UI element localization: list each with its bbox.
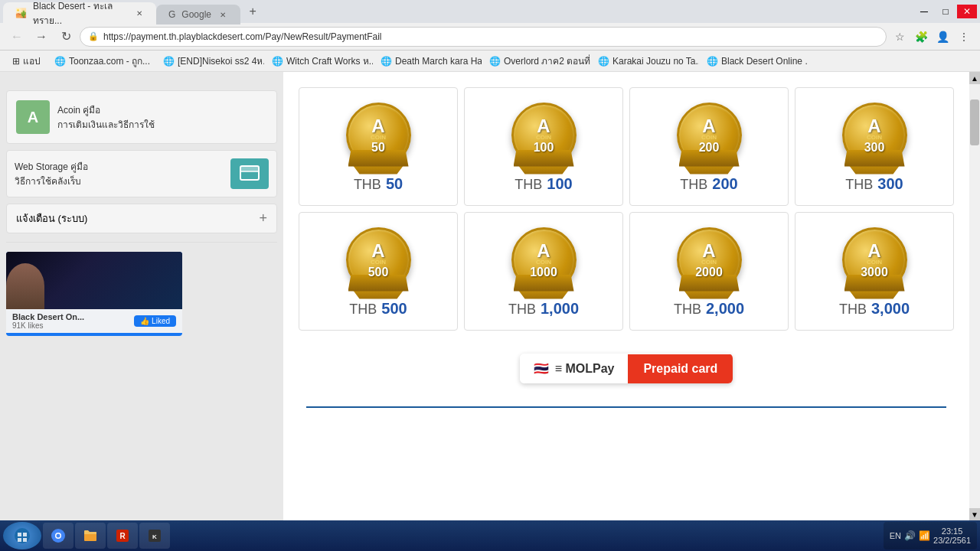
overlord-favicon: 🌐 xyxy=(489,56,501,67)
taskbar-chrome[interactable] xyxy=(43,523,74,549)
thailand-flag-icon: 🇹🇭 xyxy=(534,361,549,376)
acoin-info: Acoin คู่มือ การเติมเงินและวิธีการใช้ xyxy=(57,103,155,132)
svg-point-6 xyxy=(57,534,60,538)
coin-medal-2000: A COIN 2000 xyxy=(677,227,742,292)
volume-icon[interactable]: 🔊 xyxy=(904,530,916,541)
blackdesert-favicon: 🌐 xyxy=(707,56,718,67)
start-button[interactable] xyxy=(3,522,41,549)
taskbar-files[interactable] xyxy=(75,523,106,549)
taskbar: R K EN 🔊 📶 23:15 23/2/2561 xyxy=(0,520,980,551)
coin-medal-3000: A COIN 3000 xyxy=(842,227,907,292)
nisekoi-favicon: 🌐 xyxy=(163,56,175,67)
taskbar-tray: EN 🔊 📶 23:15 23/2/2561 xyxy=(884,522,977,549)
witchcraft-favicon: 🌐 xyxy=(272,56,283,67)
webstorage-card[interactable]: Web Storage คู่มือ วิธีการใช้คลังเร็บ xyxy=(6,150,277,197)
acoin-avatar: A xyxy=(16,100,50,134)
fb-page-title: Black Desert On... xyxy=(12,312,84,321)
tab-active-title: Black Desert - ทะเลทราย... xyxy=(33,0,129,28)
bookmark-witchcraft[interactable]: 🌐 Witch Craft Works ห... xyxy=(266,52,373,70)
page-content: A COIN 50 THB50 A C xyxy=(283,72,969,520)
acoin-card[interactable]: A Acoin คู่มือ การเติมเงินและวิธีการใช้ xyxy=(6,90,277,144)
coin-badge-500: A COIN 500 xyxy=(344,225,413,294)
scroll-down-arrow[interactable]: ▼ xyxy=(969,508,980,520)
menu-icon[interactable]: ⋮ xyxy=(954,27,974,47)
coin-medal-500: A COIN 500 xyxy=(346,227,411,292)
bookmark-deathmarch[interactable]: 🌐 Death March kara Ha xyxy=(374,54,482,68)
scroll-up-arrow[interactable]: ▲ xyxy=(969,72,980,84)
security-icon: 🔒 xyxy=(88,31,99,41)
svg-point-3 xyxy=(15,528,30,543)
notification-card[interactable]: แจ้งเตือน (ระบบ) + xyxy=(6,204,277,233)
coin-card-500[interactable]: A COIN 500 THB500 xyxy=(299,212,458,331)
maximize-button[interactable]: □ xyxy=(936,5,956,18)
tab-active[interactable]: 🏜️ Black Desert - ทะเลทราย... ✕ xyxy=(3,2,156,24)
coin-price-3000: THB3,000 xyxy=(839,300,910,318)
network-icon: 📶 xyxy=(919,530,930,541)
coin-card-2000[interactable]: A COIN 2000 THB2,000 xyxy=(629,212,789,331)
bookmark-apps-label: แอป xyxy=(23,54,41,68)
tab-favicon: 🏜️ xyxy=(15,8,27,18)
bookmark-blackdesert-label: Black Desert Online ... xyxy=(721,56,808,67)
app4-taskbar-icon: K xyxy=(147,528,162,543)
new-tab-button[interactable]: + xyxy=(243,2,262,21)
bookmark-overlord[interactable]: 🌐 Overlord ภาค2 ตอนที่... xyxy=(483,52,590,70)
forward-button[interactable]: → xyxy=(31,26,52,47)
bookmark-toonzaa[interactable]: 🌐 Toonzaa.com - ถูก... xyxy=(48,52,155,70)
reload-button[interactable]: ↻ xyxy=(55,26,77,47)
deathmarch-favicon: 🌐 xyxy=(381,56,392,67)
tab-close-google[interactable]: ✕ xyxy=(217,9,228,20)
coin-badge-1000: A COIN 1000 xyxy=(509,225,578,294)
tab-google[interactable]: G Google ✕ xyxy=(156,5,240,24)
coin-grid: A COIN 50 THB50 A C xyxy=(291,80,962,338)
webstorage-icon xyxy=(230,158,269,189)
molpay-logo-text: ≡ MOLPay xyxy=(555,362,615,376)
notification-label: แจ้งเตือน (ระบบ) xyxy=(16,210,87,227)
fb-card[interactable]: Black Desert On... 91K likes 👍 Liked xyxy=(6,252,182,336)
molpay-button[interactable]: 🇹🇭 ≡ MOLPay Prepaid card xyxy=(520,354,733,383)
browser-scrollbar[interactable]: ▲ ▼ xyxy=(969,72,980,520)
coin-card-300[interactable]: A COIN 300 THB300 xyxy=(795,87,954,206)
bookmark-witchcraft-label: Witch Craft Works ห... xyxy=(286,54,373,68)
extensions-icon[interactable]: 🧩 xyxy=(911,27,931,47)
coin-medal-100: A COIN 100 xyxy=(511,103,577,168)
coin-card-200[interactable]: A COIN 200 THB200 xyxy=(629,87,789,206)
fb-liked-button[interactable]: 👍 Liked xyxy=(134,315,176,327)
coin-medal-1000: A COIN 1000 xyxy=(511,227,577,292)
coin-badge-3000: A COIN 3000 xyxy=(840,225,909,294)
app3-taskbar-icon: R xyxy=(115,528,130,543)
bookmark-toonzaa-label: Toonzaa.com - ถูก... xyxy=(69,54,150,68)
scroll-track[interactable] xyxy=(969,84,980,508)
coin-price-50: THB50 xyxy=(354,175,403,193)
bookmark-star-icon[interactable]: ☆ xyxy=(890,27,910,47)
coin-price-300: THB300 xyxy=(845,175,903,193)
bookmark-blackdesert[interactable]: 🌐 Black Desert Online ... xyxy=(701,54,808,68)
address-bar[interactable]: 🔒 https://payment.th.playblackdesert.com… xyxy=(80,27,887,47)
fb-likes-count: 91K likes xyxy=(12,321,84,330)
close-button[interactable]: ✕ xyxy=(957,5,977,18)
scroll-thumb[interactable] xyxy=(970,99,979,145)
taskbar-app3[interactable]: R xyxy=(107,523,138,549)
user-profile-icon[interactable]: 👤 xyxy=(933,27,952,47)
bookmark-karakai[interactable]: 🌐 Karakai Jouzu no Ta... xyxy=(592,54,699,68)
tab-close-active[interactable]: ✕ xyxy=(135,8,144,18)
coin-card-1000[interactable]: A COIN 1000 THB1,000 xyxy=(464,212,623,331)
tray-time: 23:15 xyxy=(933,527,971,536)
coin-price-2000: THB2,000 xyxy=(674,300,744,318)
acoin-letter: A xyxy=(28,109,38,126)
fb-image xyxy=(6,252,182,309)
bookmark-apps[interactable]: ⊞ แอป xyxy=(6,52,47,70)
coin-card-3000[interactable]: A COIN 3000 THB3,000 xyxy=(795,212,954,331)
toolbar-right: ☆ 🧩 👤 ⋮ xyxy=(890,27,974,47)
coin-badge-2000: A COIN 2000 xyxy=(675,225,743,294)
minimize-button[interactable]: ─ xyxy=(914,5,934,18)
acoin-subtitle: การเติมเงินและวิธีการใช้ xyxy=(57,117,155,132)
coin-card-50[interactable]: A COIN 50 THB50 xyxy=(299,87,458,206)
window-controls: ─ □ ✕ xyxy=(914,5,977,18)
coin-price-1000: THB1,000 xyxy=(508,300,579,318)
taskbar-app4[interactable]: K xyxy=(139,523,170,549)
back-button[interactable]: ← xyxy=(6,26,28,47)
coin-card-100[interactable]: A COIN 100 THB100 xyxy=(464,87,623,206)
bookmark-nisekoi[interactable]: 🌐 [END]Nisekoi ss2 4ห... xyxy=(157,52,264,70)
tray-clock: 23:15 23/2/2561 xyxy=(933,527,971,545)
notification-plus-icon[interactable]: + xyxy=(259,210,267,227)
